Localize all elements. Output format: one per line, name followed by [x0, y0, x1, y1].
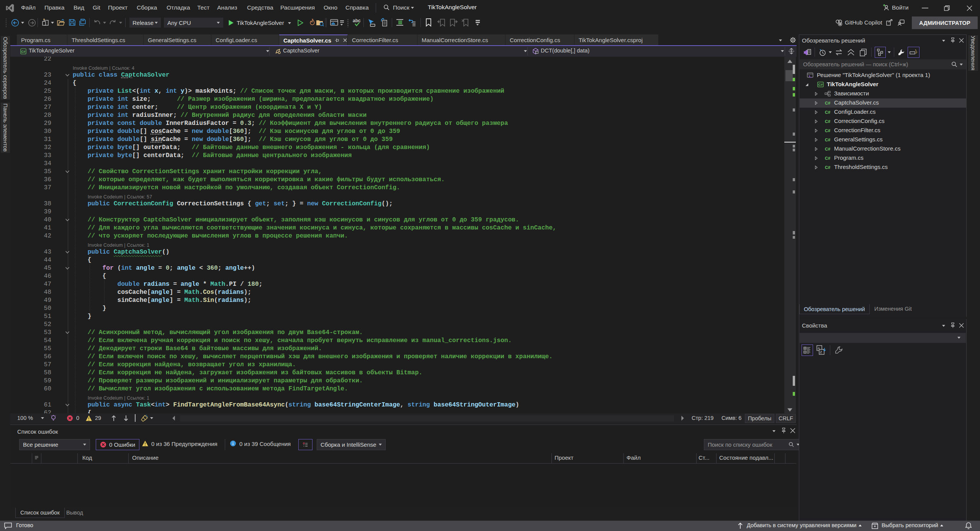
svg-text:C#: C# — [21, 50, 25, 54]
svg-text:C#: C# — [825, 110, 831, 115]
svg-text:Z: Z — [820, 350, 822, 354]
svg-text:abc: abc — [353, 18, 361, 23]
svg-text:C#: C# — [825, 156, 831, 161]
svg-text:C#: C# — [825, 119, 831, 124]
svg-text:C#: C# — [825, 101, 831, 105]
svg-text:C#: C# — [825, 138, 831, 142]
svg-text:C#: C# — [825, 147, 831, 151]
svg-text:C#: C# — [825, 165, 831, 170]
svg-text:C#: C# — [818, 83, 823, 87]
svg-text:C#: C# — [825, 128, 831, 133]
